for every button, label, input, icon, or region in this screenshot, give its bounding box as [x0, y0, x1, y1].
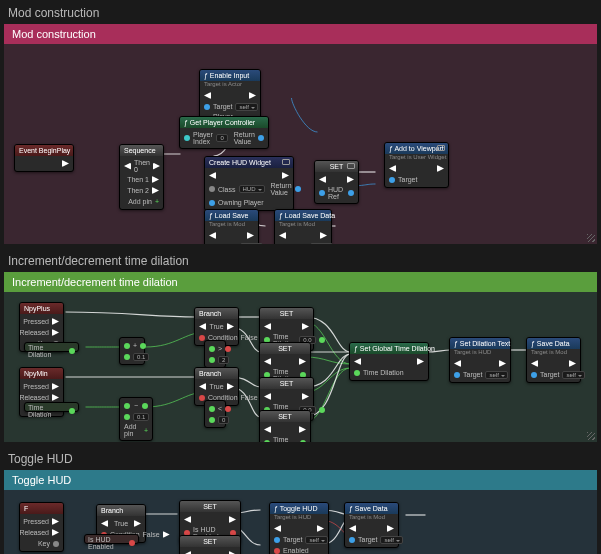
node-sequence[interactable]: Sequence Then 0 Then 1 Then 2 Add pin+ [119, 144, 164, 210]
node-key-f[interactable]: F Pressed Released Key [19, 502, 64, 552]
pin-var[interactable]: Time Dilation [273, 436, 297, 442]
node-set-hud-ref[interactable]: SET HUD Ref [314, 160, 359, 204]
pin-then2[interactable]: Then 2 [127, 187, 149, 194]
pin-target[interactable]: Target [288, 243, 307, 244]
node-toggle-hud[interactable]: ƒ Toggle HUD Target is HUD Targetself En… [269, 502, 329, 554]
pin-td[interactable]: Time Dilation [363, 369, 404, 376]
pin-target[interactable]: Target [213, 103, 232, 110]
pin-then0[interactable]: Then 0 [134, 159, 150, 173]
widget-icon [347, 163, 355, 169]
val-add[interactable]: 0.1 [133, 353, 149, 361]
pin-pressed[interactable]: Pressed [23, 318, 49, 325]
val-sub[interactable]: 0.1 [133, 413, 149, 421]
panel-header-hud[interactable]: Toggle HUD [4, 470, 597, 490]
panel-mod: Mod construction Event BeginPlay Sequenc… [4, 24, 597, 244]
node-title: NpyMin [20, 368, 63, 379]
node-add-viewport[interactable]: ƒ Add to Viewport Target is User Widget … [384, 142, 449, 188]
node-load-save-data[interactable]: ƒ Load Save Data Target is Mod Targetsel… [274, 209, 332, 244]
node-title: Branch [97, 505, 145, 516]
node-title: ƒ Get Player Controller [180, 117, 268, 128]
pin-target[interactable]: Target [463, 371, 482, 378]
node-set-hud-2[interactable]: SET Is HUD Enabled [179, 535, 241, 554]
pin-false[interactable]: False [143, 531, 160, 538]
target-selector[interactable]: self [562, 371, 584, 379]
pin-addpin[interactable]: Add pin [124, 423, 141, 437]
target-selector[interactable]: self [310, 243, 332, 245]
player-index-val[interactable]: 0 [216, 134, 227, 142]
node-sub: Target is HUD [450, 349, 510, 356]
section-title-time: Increment/decrement time dilation [0, 248, 601, 272]
node-sub: Target is Actor [200, 81, 260, 88]
target-selector[interactable]: self [240, 243, 262, 245]
node-sub[interactable]: −0.1Add pin+ [119, 397, 153, 441]
target-selector[interactable]: self [485, 371, 507, 379]
target-selector[interactable]: self [305, 536, 327, 544]
node-get-hud-enabled[interactable]: Is HUD Enabled [84, 534, 139, 544]
node-cmp-2[interactable]: <0 [204, 400, 226, 428]
pin-released[interactable]: Released [19, 529, 49, 536]
pin-player-index[interactable]: Player Index [193, 131, 213, 145]
pin-false[interactable]: False [241, 334, 258, 341]
pin-return[interactable]: Return Value [234, 131, 255, 145]
pin-class[interactable]: Class [218, 186, 236, 193]
resize-handle-time[interactable] [587, 432, 595, 440]
pin-true[interactable]: True [209, 383, 223, 390]
target-selector[interactable]: self [380, 536, 402, 544]
node-title: ƒ Save Data [345, 503, 398, 514]
pin-target[interactable]: Target [218, 243, 237, 244]
node-sub: Target is Mod [205, 221, 258, 228]
pin-return[interactable]: Return Value [271, 182, 292, 196]
pin-target[interactable]: Target [283, 536, 302, 543]
pin-true[interactable]: True [114, 520, 128, 527]
pin-key[interactable]: Key [38, 540, 50, 547]
pin-false[interactable]: False [241, 394, 258, 401]
pin-pressed[interactable]: Pressed [23, 518, 49, 525]
section-title-hud: Toggle HUD [0, 446, 601, 470]
node-get-td-1[interactable]: Time Dilation [24, 342, 79, 352]
pin-owning-player[interactable]: Owning Player [218, 199, 264, 206]
node-event-beginplay[interactable]: Event BeginPlay [14, 144, 74, 172]
node-set-td-4[interactable]: SET Time Dilation [259, 410, 311, 442]
node-title: SET [260, 308, 313, 319]
node-title: ƒ Load Save Data [275, 210, 331, 221]
node-load-save[interactable]: ƒ Load Save Target is Mod Targetself [204, 209, 259, 244]
node-get-td-2[interactable]: Time Dilation [24, 402, 79, 412]
pin-true[interactable]: True [209, 323, 223, 330]
node-title: NpyPlus [20, 303, 63, 314]
cmp-val[interactable]: 0 [218, 416, 229, 424]
pin-addpin[interactable]: Add pin [128, 198, 152, 205]
pin-enabled[interactable]: Enabled [283, 547, 309, 554]
graph-time[interactable]: NpyPlus Pressed Released Key NpyMin Pres… [4, 292, 597, 442]
pin-var[interactable]: HUD Ref [328, 186, 345, 200]
node-title: Sequence [120, 145, 163, 156]
pin-target[interactable]: Target [358, 536, 377, 543]
pin-pressed[interactable]: Pressed [23, 383, 49, 390]
graph-mod[interactable]: Event BeginPlay Sequence Then 0 Then 1 T… [4, 44, 597, 244]
node-cmp-1[interactable]: >2 [204, 340, 226, 368]
pin-released[interactable]: Released [19, 394, 49, 401]
node-create-hud-widget[interactable]: Create HUD Widget ClassHUDReturn Value O… [204, 156, 294, 211]
node-set-dilation-text[interactable]: ƒ Set Dilation Text Target is HUD Target… [449, 337, 511, 383]
widget-icon [437, 145, 445, 151]
node-title: SET [180, 501, 240, 512]
pin-target[interactable]: Target [540, 371, 559, 378]
graph-hud[interactable]: F Pressed Released Key Branch True Condi… [4, 490, 597, 554]
node-sub: Target is User Widget [385, 154, 448, 161]
node-save-data[interactable]: ƒ Save Data Target is Mod Targetself [526, 337, 581, 383]
pin-target[interactable]: Target [398, 176, 417, 183]
pin-then1[interactable]: Then 1 [127, 176, 149, 183]
resize-handle[interactable] [587, 234, 595, 242]
node-add[interactable]: +0.1 [119, 337, 145, 365]
node-save-hud[interactable]: ƒ Save Data Target is Mod Targetself [344, 502, 399, 548]
class-selector[interactable]: HUD [239, 185, 265, 193]
node-get-player-controller[interactable]: ƒ Get Player Controller Player Index0Ret… [179, 116, 269, 149]
panel-header-mod[interactable]: Mod construction [4, 24, 597, 44]
node-set-global-td[interactable]: ƒ Set Global Time Dilation Time Dilation [349, 342, 429, 381]
pin-released[interactable]: Released [19, 329, 49, 336]
node-sub: Target is Mod [345, 514, 398, 521]
node-title: ƒ Toggle HUD [270, 503, 328, 514]
panel-hud: Toggle HUD F Pressed Released Key Branch… [4, 470, 597, 554]
cmp-val[interactable]: 2 [218, 356, 229, 364]
target-selector[interactable]: self [235, 103, 257, 111]
panel-header-time[interactable]: Increment/decrement time dilation [4, 272, 597, 292]
